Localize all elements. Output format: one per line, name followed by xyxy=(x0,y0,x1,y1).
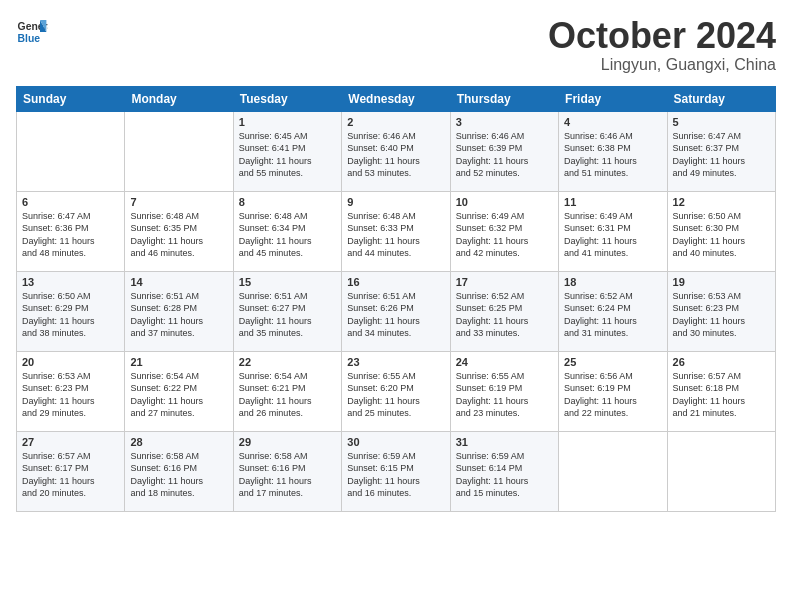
day-number: 20 xyxy=(22,356,119,368)
calendar-table: SundayMondayTuesdayWednesdayThursdayFrid… xyxy=(16,86,776,512)
day-number: 25 xyxy=(564,356,661,368)
day-info: Sunrise: 6:54 AM Sunset: 6:22 PM Dayligh… xyxy=(130,370,227,420)
calendar-cell xyxy=(17,111,125,191)
day-number: 10 xyxy=(456,196,553,208)
calendar-cell: 28Sunrise: 6:58 AM Sunset: 6:16 PM Dayli… xyxy=(125,431,233,511)
day-number: 4 xyxy=(564,116,661,128)
page-header: General Blue October 2024 Lingyun, Guang… xyxy=(16,16,776,74)
calendar-cell: 7Sunrise: 6:48 AM Sunset: 6:35 PM Daylig… xyxy=(125,191,233,271)
day-info: Sunrise: 6:58 AM Sunset: 6:16 PM Dayligh… xyxy=(239,450,336,500)
day-info: Sunrise: 6:48 AM Sunset: 6:33 PM Dayligh… xyxy=(347,210,444,260)
day-number: 12 xyxy=(673,196,770,208)
weekday-header-tuesday: Tuesday xyxy=(233,86,341,111)
day-info: Sunrise: 6:48 AM Sunset: 6:34 PM Dayligh… xyxy=(239,210,336,260)
calendar-cell: 11Sunrise: 6:49 AM Sunset: 6:31 PM Dayli… xyxy=(559,191,667,271)
calendar-week-2: 6Sunrise: 6:47 AM Sunset: 6:36 PM Daylig… xyxy=(17,191,776,271)
day-info: Sunrise: 6:51 AM Sunset: 6:26 PM Dayligh… xyxy=(347,290,444,340)
calendar-cell: 18Sunrise: 6:52 AM Sunset: 6:24 PM Dayli… xyxy=(559,271,667,351)
calendar-cell: 27Sunrise: 6:57 AM Sunset: 6:17 PM Dayli… xyxy=(17,431,125,511)
day-info: Sunrise: 6:57 AM Sunset: 6:17 PM Dayligh… xyxy=(22,450,119,500)
calendar-cell: 2Sunrise: 6:46 AM Sunset: 6:40 PM Daylig… xyxy=(342,111,450,191)
calendar-cell: 30Sunrise: 6:59 AM Sunset: 6:15 PM Dayli… xyxy=(342,431,450,511)
calendar-week-3: 13Sunrise: 6:50 AM Sunset: 6:29 PM Dayli… xyxy=(17,271,776,351)
weekday-header-saturday: Saturday xyxy=(667,86,775,111)
day-number: 28 xyxy=(130,436,227,448)
svg-text:Blue: Blue xyxy=(18,33,41,44)
calendar-header-row: SundayMondayTuesdayWednesdayThursdayFrid… xyxy=(17,86,776,111)
day-info: Sunrise: 6:57 AM Sunset: 6:18 PM Dayligh… xyxy=(673,370,770,420)
calendar-week-1: 1Sunrise: 6:45 AM Sunset: 6:41 PM Daylig… xyxy=(17,111,776,191)
calendar-cell: 31Sunrise: 6:59 AM Sunset: 6:14 PM Dayli… xyxy=(450,431,558,511)
day-number: 13 xyxy=(22,276,119,288)
calendar-cell: 5Sunrise: 6:47 AM Sunset: 6:37 PM Daylig… xyxy=(667,111,775,191)
calendar-cell: 22Sunrise: 6:54 AM Sunset: 6:21 PM Dayli… xyxy=(233,351,341,431)
calendar-cell: 26Sunrise: 6:57 AM Sunset: 6:18 PM Dayli… xyxy=(667,351,775,431)
day-number: 19 xyxy=(673,276,770,288)
calendar-week-4: 20Sunrise: 6:53 AM Sunset: 6:23 PM Dayli… xyxy=(17,351,776,431)
weekday-header-monday: Monday xyxy=(125,86,233,111)
calendar-cell: 8Sunrise: 6:48 AM Sunset: 6:34 PM Daylig… xyxy=(233,191,341,271)
calendar-cell: 21Sunrise: 6:54 AM Sunset: 6:22 PM Dayli… xyxy=(125,351,233,431)
day-number: 24 xyxy=(456,356,553,368)
calendar-cell: 10Sunrise: 6:49 AM Sunset: 6:32 PM Dayli… xyxy=(450,191,558,271)
calendar-cell: 25Sunrise: 6:56 AM Sunset: 6:19 PM Dayli… xyxy=(559,351,667,431)
day-number: 15 xyxy=(239,276,336,288)
calendar-cell: 24Sunrise: 6:55 AM Sunset: 6:19 PM Dayli… xyxy=(450,351,558,431)
calendar-cell: 23Sunrise: 6:55 AM Sunset: 6:20 PM Dayli… xyxy=(342,351,450,431)
calendar-cell: 4Sunrise: 6:46 AM Sunset: 6:38 PM Daylig… xyxy=(559,111,667,191)
day-info: Sunrise: 6:52 AM Sunset: 6:25 PM Dayligh… xyxy=(456,290,553,340)
day-info: Sunrise: 6:55 AM Sunset: 6:19 PM Dayligh… xyxy=(456,370,553,420)
weekday-header-thursday: Thursday xyxy=(450,86,558,111)
day-info: Sunrise: 6:50 AM Sunset: 6:30 PM Dayligh… xyxy=(673,210,770,260)
day-info: Sunrise: 6:49 AM Sunset: 6:32 PM Dayligh… xyxy=(456,210,553,260)
logo-icon: General Blue xyxy=(16,16,48,48)
calendar-cell: 9Sunrise: 6:48 AM Sunset: 6:33 PM Daylig… xyxy=(342,191,450,271)
day-info: Sunrise: 6:58 AM Sunset: 6:16 PM Dayligh… xyxy=(130,450,227,500)
day-info: Sunrise: 6:48 AM Sunset: 6:35 PM Dayligh… xyxy=(130,210,227,260)
calendar-cell: 13Sunrise: 6:50 AM Sunset: 6:29 PM Dayli… xyxy=(17,271,125,351)
day-number: 23 xyxy=(347,356,444,368)
day-info: Sunrise: 6:51 AM Sunset: 6:28 PM Dayligh… xyxy=(130,290,227,340)
month-title: October 2024 xyxy=(548,16,776,56)
day-number: 30 xyxy=(347,436,444,448)
calendar-cell: 15Sunrise: 6:51 AM Sunset: 6:27 PM Dayli… xyxy=(233,271,341,351)
day-number: 16 xyxy=(347,276,444,288)
calendar-cell: 19Sunrise: 6:53 AM Sunset: 6:23 PM Dayli… xyxy=(667,271,775,351)
day-number: 11 xyxy=(564,196,661,208)
day-number: 22 xyxy=(239,356,336,368)
calendar-cell: 16Sunrise: 6:51 AM Sunset: 6:26 PM Dayli… xyxy=(342,271,450,351)
day-number: 5 xyxy=(673,116,770,128)
day-info: Sunrise: 6:52 AM Sunset: 6:24 PM Dayligh… xyxy=(564,290,661,340)
calendar-cell: 1Sunrise: 6:45 AM Sunset: 6:41 PM Daylig… xyxy=(233,111,341,191)
day-info: Sunrise: 6:49 AM Sunset: 6:31 PM Dayligh… xyxy=(564,210,661,260)
location: Lingyun, Guangxi, China xyxy=(548,56,776,74)
day-info: Sunrise: 6:56 AM Sunset: 6:19 PM Dayligh… xyxy=(564,370,661,420)
day-number: 1 xyxy=(239,116,336,128)
calendar-cell xyxy=(559,431,667,511)
day-info: Sunrise: 6:53 AM Sunset: 6:23 PM Dayligh… xyxy=(22,370,119,420)
day-info: Sunrise: 6:47 AM Sunset: 6:36 PM Dayligh… xyxy=(22,210,119,260)
day-info: Sunrise: 6:59 AM Sunset: 6:15 PM Dayligh… xyxy=(347,450,444,500)
day-number: 29 xyxy=(239,436,336,448)
calendar-cell: 6Sunrise: 6:47 AM Sunset: 6:36 PM Daylig… xyxy=(17,191,125,271)
day-info: Sunrise: 6:53 AM Sunset: 6:23 PM Dayligh… xyxy=(673,290,770,340)
day-number: 6 xyxy=(22,196,119,208)
day-number: 27 xyxy=(22,436,119,448)
calendar-cell: 3Sunrise: 6:46 AM Sunset: 6:39 PM Daylig… xyxy=(450,111,558,191)
logo: General Blue xyxy=(16,16,48,48)
calendar-cell: 12Sunrise: 6:50 AM Sunset: 6:30 PM Dayli… xyxy=(667,191,775,271)
title-block: October 2024 Lingyun, Guangxi, China xyxy=(548,16,776,74)
day-number: 26 xyxy=(673,356,770,368)
calendar-cell xyxy=(125,111,233,191)
day-info: Sunrise: 6:55 AM Sunset: 6:20 PM Dayligh… xyxy=(347,370,444,420)
day-number: 21 xyxy=(130,356,227,368)
calendar-cell xyxy=(667,431,775,511)
calendar-week-5: 27Sunrise: 6:57 AM Sunset: 6:17 PM Dayli… xyxy=(17,431,776,511)
day-number: 14 xyxy=(130,276,227,288)
day-number: 31 xyxy=(456,436,553,448)
day-info: Sunrise: 6:45 AM Sunset: 6:41 PM Dayligh… xyxy=(239,130,336,180)
calendar-cell: 20Sunrise: 6:53 AM Sunset: 6:23 PM Dayli… xyxy=(17,351,125,431)
day-info: Sunrise: 6:51 AM Sunset: 6:27 PM Dayligh… xyxy=(239,290,336,340)
day-info: Sunrise: 6:46 AM Sunset: 6:38 PM Dayligh… xyxy=(564,130,661,180)
weekday-header-friday: Friday xyxy=(559,86,667,111)
